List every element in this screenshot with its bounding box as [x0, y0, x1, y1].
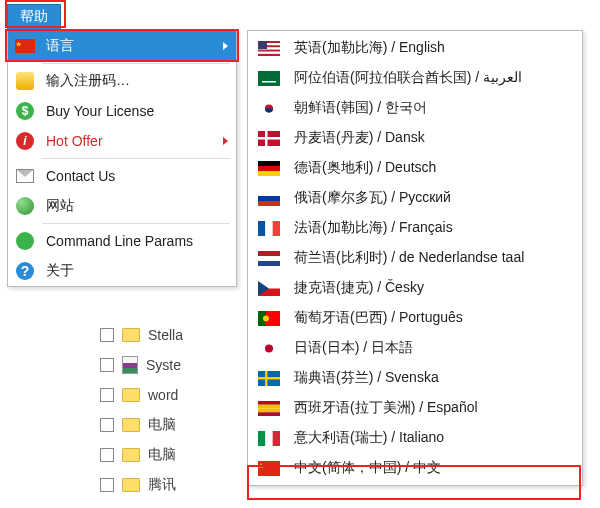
language-option-de[interactable]: 德语(奥地利) / Deutsch [248, 153, 582, 183]
flag-pt-icon [258, 310, 280, 326]
language-option-jp[interactable]: 日语(日本) / 日本語 [248, 333, 582, 363]
svg-rect-23 [258, 221, 265, 236]
tree-item-label: 电脑 [148, 416, 176, 434]
menu-cmdline-params[interactable]: Command Line Params [8, 226, 236, 256]
svg-rect-47 [258, 461, 280, 476]
submenu-arrow-icon [223, 42, 228, 50]
menu-cmdline-label: Command Line Params [46, 233, 228, 249]
menubar: 帮助 [7, 4, 61, 30]
language-option-se[interactable]: 瑞典语(芬兰) / Svenska [248, 363, 582, 393]
tree-item[interactable]: Syste [100, 350, 183, 380]
menu-hot-offer-label: Hot Offer [46, 133, 223, 149]
tree-item-label: Syste [146, 357, 181, 373]
svg-rect-6 [258, 49, 280, 51]
language-option-label: 丹麦语(丹麦) / Dansk [294, 129, 574, 147]
svg-rect-43 [258, 412, 280, 416]
menu-separator [42, 158, 230, 159]
info-icon: i [14, 132, 36, 150]
menu-website[interactable]: 网站 [8, 191, 236, 221]
language-option-cn[interactable]: 中文(简体，中国) / 中文 [248, 453, 582, 483]
svg-rect-19 [258, 171, 280, 176]
svg-rect-41 [258, 404, 280, 408]
svg-rect-9 [258, 41, 267, 49]
language-option-es[interactable]: 西班牙语(拉丁美洲) / Español [248, 393, 582, 423]
checkbox[interactable] [100, 478, 114, 492]
dollar-icon: $ [14, 102, 36, 120]
svg-rect-40 [258, 401, 280, 405]
menu-language[interactable]: 语言 [8, 31, 236, 61]
language-option-dk[interactable]: 丹麦语(丹麦) / Dansk [248, 123, 582, 153]
globe-icon [14, 197, 36, 215]
language-option-label: 捷克语(捷克) / Česky [294, 279, 574, 297]
language-option-label: 英语(加勒比海) / English [294, 39, 574, 57]
language-option-label: 荷兰语(比利时) / de Nederlandse taal [294, 249, 574, 267]
svg-rect-21 [258, 196, 280, 201]
checkbox[interactable] [100, 358, 114, 372]
svg-rect-39 [258, 377, 280, 380]
flag-dk-icon [258, 130, 280, 146]
menu-enter-code[interactable]: 输入注册码… [8, 66, 236, 96]
tree-item[interactable]: 电脑 [100, 440, 183, 470]
flag-nl-icon [258, 250, 280, 266]
menu-hot-offer[interactable]: i Hot Offer [8, 126, 236, 156]
svg-rect-42 [258, 408, 280, 412]
language-option-label: 朝鲜语(韩国) / 한국어 [294, 99, 574, 117]
gear-icon [14, 232, 36, 250]
language-option-cz[interactable]: 捷克语(捷克) / Česky [248, 273, 582, 303]
menu-buy-license[interactable]: $ Buy Your License [8, 96, 236, 126]
language-option-it[interactable]: 意大利语(瑞士) / Italiano [248, 423, 582, 453]
key-icon [14, 72, 36, 90]
menu-enter-code-label: 输入注册码… [46, 72, 228, 90]
svg-rect-18 [258, 166, 280, 171]
tree-item[interactable]: 腾讯 [100, 470, 183, 500]
svg-rect-26 [258, 251, 280, 256]
svg-rect-17 [258, 161, 280, 166]
tree-item[interactable]: word [100, 380, 183, 410]
language-option-label: 法语(加勒比海) / Français [294, 219, 574, 237]
language-option-ru[interactable]: 俄语(摩尔多瓦) / Русский [248, 183, 582, 213]
language-option-label: 俄语(摩尔多瓦) / Русский [294, 189, 574, 207]
svg-rect-22 [258, 201, 280, 206]
checkbox[interactable] [100, 448, 114, 462]
folder-icon [122, 388, 140, 402]
language-option-nl[interactable]: 荷兰语(比利时) / de Nederlandse taal [248, 243, 582, 273]
menu-contact-us[interactable]: Contact Us [8, 161, 236, 191]
checkbox[interactable] [100, 388, 114, 402]
menu-about[interactable]: ? 关于 [8, 256, 236, 286]
tree-item-label: 电脑 [148, 446, 176, 464]
svg-rect-45 [265, 431, 272, 446]
tree-item[interactable]: 电脑 [100, 410, 183, 440]
language-option-kr[interactable]: 朝鲜语(韩国) / 한국어 [248, 93, 582, 123]
tree-item-label: 腾讯 [148, 476, 176, 494]
svg-rect-28 [258, 261, 280, 266]
menu-website-label: 网站 [46, 197, 228, 215]
svg-rect-25 [273, 221, 280, 236]
svg-point-34 [263, 315, 269, 321]
svg-rect-27 [258, 256, 280, 261]
language-option-label: 意大利语(瑞士) / Italiano [294, 429, 574, 447]
language-option-fr[interactable]: 法语(加勒比海) / Français [248, 213, 582, 243]
language-submenu: 英语(加勒比海) / English阿位伯语(阿拉伯联合酋长国) / العرب… [247, 30, 583, 486]
language-option-label: 中文(简体，中国) / 中文 [294, 459, 574, 477]
svg-rect-7 [258, 51, 280, 53]
flag-ru-icon [258, 190, 280, 206]
language-option-label: 阿位伯语(阿拉伯联合酋长国) / العربية [294, 69, 574, 87]
submenu-arrow-icon [223, 137, 228, 145]
folder-icon [122, 448, 140, 462]
language-option-pt[interactable]: 葡萄牙语(巴西) / Português [248, 303, 582, 333]
menubar-help[interactable]: 帮助 [7, 4, 61, 30]
language-option-us[interactable]: 英语(加勒比海) / English [248, 33, 582, 63]
language-option-label: 西班牙语(拉丁美洲) / Español [294, 399, 574, 417]
tree-item-label: Stella [148, 327, 183, 343]
flag-cn-icon [258, 460, 280, 476]
checkbox[interactable] [100, 418, 114, 432]
folder-icon [122, 418, 140, 432]
menu-about-label: 关于 [46, 262, 228, 280]
folder-icon [122, 328, 140, 342]
language-option-sa[interactable]: 阿位伯语(阿拉伯联合酋长国) / العربية [248, 63, 582, 93]
language-option-label: 德语(奥地利) / Deutsch [294, 159, 574, 177]
checkbox[interactable] [100, 328, 114, 342]
tree-item[interactable]: Stella [100, 320, 183, 350]
flag-cn-icon [14, 39, 36, 53]
language-option-label: 葡萄牙语(巴西) / Português [294, 309, 574, 327]
